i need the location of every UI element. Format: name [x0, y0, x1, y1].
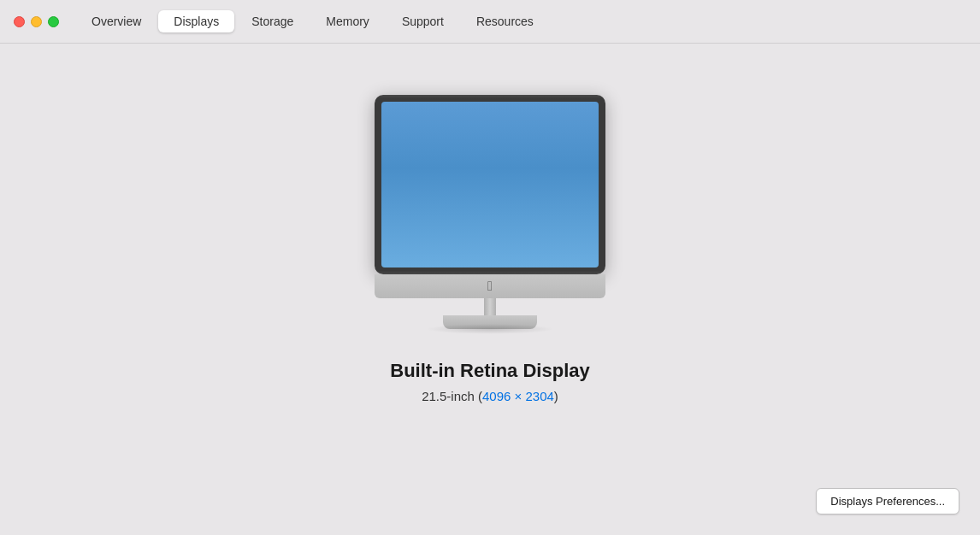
tab-displays[interactable]: Displays	[158, 10, 234, 32]
tab-memory[interactable]: Memory	[310, 10, 385, 32]
display-subtitle-suffix: )	[554, 389, 558, 403]
imac-body	[375, 95, 605, 274]
tab-storage[interactable]: Storage	[236, 10, 309, 32]
tab-support[interactable]: Support	[387, 10, 459, 32]
tab-resources[interactable]: Resources	[461, 10, 549, 32]
display-resolution: 4096 × 2304	[482, 389, 554, 403]
display-title: Built-in Retina Display	[390, 360, 589, 382]
imac-screen	[381, 102, 599, 268]
close-button[interactable]	[14, 16, 25, 27]
imac-illustration: 	[357, 95, 623, 334]
imac-shadow	[426, 324, 554, 334]
display-subtitle-prefix: 21.5-inch (	[422, 389, 482, 403]
title-bar: Overview Displays Storage Memory Support…	[0, 0, 980, 44]
display-subtitle: 21.5-inch (4096 × 2304)	[422, 389, 558, 403]
maximize-button[interactable]	[48, 16, 59, 27]
imac-chin: 	[375, 274, 605, 298]
apple-logo-icon: 	[487, 279, 493, 294]
traffic-lights	[14, 16, 59, 27]
tab-overview[interactable]: Overview	[76, 10, 156, 32]
minimize-button[interactable]	[31, 16, 42, 27]
displays-preferences-button[interactable]: Displays Preferences...	[816, 488, 959, 514]
tab-bar: Overview Displays Storage Memory Support…	[76, 10, 549, 32]
main-content:  Built-in Retina Display 21.5-inch (409…	[0, 44, 980, 403]
